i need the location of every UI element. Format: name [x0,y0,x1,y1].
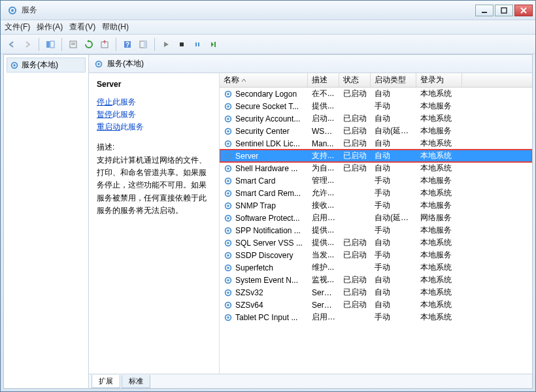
svg-point-41 [227,192,229,195]
show-hide-tree-button[interactable] [43,37,58,52]
svg-point-53 [227,267,229,269]
stop-link[interactable]: 停止 [97,97,112,106]
service-status: 已启动 [339,138,371,149]
service-startup: 手动 [371,312,416,323]
tree-pane[interactable]: 服务(本地) [4,55,89,388]
gear-icon [224,276,233,285]
service-row[interactable]: Security CenterWSC...已启动自动(延迟...本地服务 [220,125,532,137]
service-logon: 本地系统 [416,299,462,310]
service-logon: 本地服务 [416,225,462,236]
service-startup: 自动 [371,88,416,99]
menu-action[interactable]: 操作(A) [37,22,63,33]
service-row[interactable]: Sentinel LDK Lic...Man...已启动自动本地系统 [220,137,532,150]
service-row[interactable]: SZSv64Servi...已启动自动本地系统 [220,299,532,311]
back-button[interactable] [5,37,19,52]
properties-button[interactable] [66,37,80,52]
menu-view[interactable]: 查看(V) [69,22,95,33]
refresh-button[interactable] [82,37,96,52]
col-startup[interactable]: 启动类型 [371,73,416,87]
service-logon: 本地系统 [416,188,462,199]
services-icon [7,5,18,16]
tabs: 扩展 标准 [89,374,532,388]
service-status: 已启动 [339,150,371,161]
service-row[interactable]: Server支持...已启动自动本地系统 [220,150,532,162]
action-pane-button[interactable] [136,37,150,52]
close-button[interactable] [514,5,533,16]
service-name: Secure Socket T... [235,102,299,111]
service-name: Shell Hardware ... [235,164,297,173]
gear-icon [224,238,233,248]
svg-rect-18 [198,42,199,46]
tree-node-services[interactable]: 服务(本地) [7,57,86,73]
svg-point-55 [227,279,229,282]
service-startup: 自动 [371,150,416,161]
stop-service-button[interactable] [175,37,189,52]
service-logon: 本地服务 [416,175,462,186]
tree-node-label: 服务(本地) [22,59,58,71]
gear-icon [224,102,233,111]
service-row[interactable]: Security Account...启动...已启动自动本地系统 [220,112,532,125]
service-logon: 本地系统 [416,262,462,273]
col-desc[interactable]: 描述 [308,73,339,87]
gear-icon [224,139,233,148]
start-service-button[interactable] [159,37,173,52]
service-row[interactable]: System Event N...监视...已启动自动本地系统 [220,274,532,286]
service-desc: 管理... [308,175,339,186]
service-row[interactable]: SSDP Discovery当发...已启动手动本地服务 [220,249,532,261]
service-logon: 本地服务 [416,101,462,112]
service-status: 已启动 [339,113,371,124]
col-name[interactable]: 名称 [220,73,308,87]
tab-extended[interactable]: 扩展 [92,375,120,388]
export-button[interactable] [97,37,112,52]
col-status[interactable]: 状态 [339,73,371,87]
right-header-title: 服务(本地) [107,58,144,69]
service-row[interactable]: Superfetch维护...手动本地系统 [220,261,532,274]
svg-point-59 [227,304,229,306]
service-desc: 提供... [308,101,339,112]
titlebar[interactable]: 服务 [1,1,535,20]
service-row[interactable]: Smart Card Rem...允许...手动本地系统 [220,187,532,199]
service-row[interactable]: Tablet PC Input ...启用 ...手动本地系统 [220,311,532,323]
menu-help[interactable]: 帮助(H) [102,22,129,33]
service-startup: 手动 [371,175,416,186]
service-row[interactable]: Shell Hardware ...为自...已启动自动本地系统 [220,162,532,174]
service-logon: 本地系统 [416,113,462,124]
toolbar-separator [116,38,116,51]
restart-link[interactable]: 重启动 [97,122,120,131]
col-logon[interactable]: 登录为 [416,73,462,87]
forward-button[interactable] [20,37,35,52]
service-logon: 本地系统 [416,237,462,248]
service-name: Server [235,152,258,161]
pause-service-button[interactable] [190,37,205,52]
service-row[interactable]: Software Protect...启用 ...自动(延迟...网络服务 [220,212,532,224]
service-row[interactable]: SZSv32Servi...已启动自动本地系统 [220,286,532,299]
service-name: SSDP Discovery [235,251,293,260]
service-startup: 自动 [371,113,416,124]
service-row[interactable]: Secondary Logon在不...已启动自动本地系统 [220,88,532,100]
maximize-button[interactable] [495,5,513,16]
service-row[interactable]: SQL Server VSS ...提供...已启动自动本地系统 [220,237,532,249]
service-startup: 自动 [371,299,416,310]
service-row[interactable]: Secure Socket T...提供...手动本地服务 [220,100,532,112]
restart-service-button[interactable] [206,37,220,52]
pause-link[interactable]: 暂停 [97,110,112,119]
service-startup: 手动 [371,200,416,211]
svg-text:?: ? [126,41,129,48]
list-rows[interactable]: Secondary Logon在不...已启动自动本地系统Secure Sock… [220,88,532,374]
service-row[interactable]: SNMP Trap接收...手动本地服务 [220,199,532,212]
list-header: 名称 描述 状态 启动类型 登录为 [220,73,532,88]
svg-rect-19 [214,42,216,47]
gear-icon [224,164,233,173]
service-logon: 本地系统 [416,287,462,298]
menu-file[interactable]: 文件(F) [5,22,30,33]
tab-standard[interactable]: 标准 [122,375,150,388]
service-desc: 为自... [308,163,339,174]
svg-point-21 [13,64,16,67]
minimize-button[interactable] [475,5,494,16]
services-window: 服务 文件(F) 操作(A) 查看(V) 帮助(H) ? [0,0,536,392]
service-startup: 手动 [371,262,416,273]
service-row[interactable]: Smart Card管理...手动本地服务 [220,174,532,187]
detail-pane: Server 停止此服务 暂停此服务 重启动此服务 描述: 支持此计算机通过网络… [89,73,220,374]
service-row[interactable]: SPP Notification ...提供...手动本地服务 [220,224,532,237]
help-button[interactable]: ? [120,37,135,52]
